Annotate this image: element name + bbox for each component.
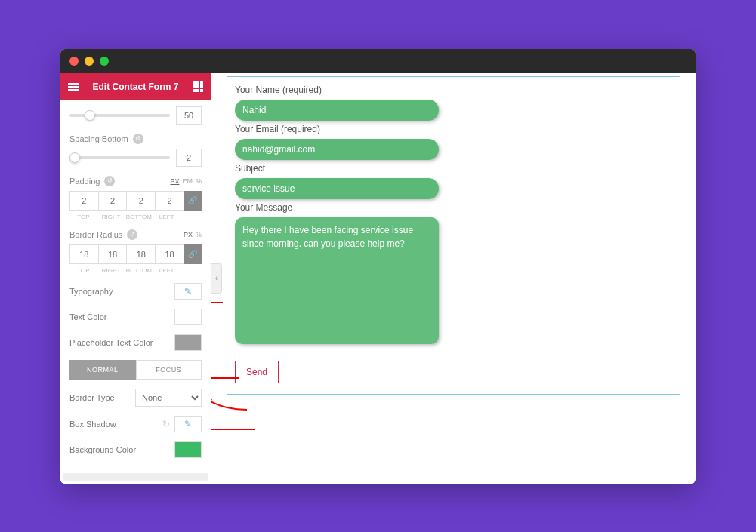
bg-color-row: Background Color (69, 441, 202, 458)
sidebar-scrollbar[interactable] (63, 473, 208, 481)
contact-form: Your Name (required) Your Email (require… (227, 76, 680, 395)
radius-bottom[interactable] (126, 244, 155, 264)
padding-label: Padding (69, 177, 100, 186)
name-label: Your Name (required) (235, 85, 672, 95)
padding-top[interactable] (69, 191, 98, 211)
subject-label: Subject (235, 163, 672, 174)
radius-label: Border Radius (69, 230, 122, 239)
slider-spacing-value[interactable] (176, 149, 202, 167)
box-shadow-label: Box Shadow (69, 420, 116, 429)
radius-top[interactable] (69, 244, 98, 264)
unit-px[interactable]: PX (184, 231, 193, 238)
window-minimize-icon[interactable] (85, 57, 94, 66)
radius-inputs: 🔗 (69, 244, 202, 264)
sidebar-content: Spacing Bottom ↺ Padding ↺ PX EM % (60, 100, 211, 473)
box-shadow-edit-button[interactable]: ✎ (174, 416, 202, 432)
hamburger-icon[interactable] (68, 83, 79, 91)
browser-window: Edit Contact Form 7 Spacing Bottom ↺ (60, 49, 696, 484)
border-type-label: Border Type (69, 393, 115, 402)
bg-color-swatch[interactable] (174, 441, 202, 458)
annotation-arrow (211, 423, 255, 435)
email-label: Your Email (required) (235, 124, 672, 134)
email-field[interactable] (235, 139, 439, 160)
padding-right[interactable] (98, 191, 127, 211)
tab-normal[interactable]: NORMAL (69, 360, 136, 380)
text-color-label: Text Color (69, 312, 107, 321)
sidebar-title: Edit Contact Form 7 (86, 81, 185, 92)
pencil-icon: ✎ (184, 419, 192, 429)
border-type-row: Border Type None (69, 389, 202, 407)
padding-units: PX EM % (170, 177, 202, 185)
radius-left[interactable] (155, 244, 184, 264)
state-tabs: NORMAL FOCUS (69, 360, 202, 380)
padding-label-row: Padding ↺ PX EM % (69, 176, 202, 186)
app-body: Edit Contact Form 7 Spacing Bottom ↺ (60, 73, 696, 484)
typography-label: Typography (69, 287, 113, 296)
padding-inputs: 🔗 (69, 191, 202, 211)
slider-spacing-bottom (69, 149, 202, 167)
preview-canvas: Your Name (required) Your Email (require… (211, 73, 696, 484)
reset-icon[interactable]: ↺ (127, 229, 137, 240)
text-color-row: Text Color (69, 309, 202, 325)
slider-track[interactable] (69, 114, 170, 117)
border-type-select[interactable]: None (135, 389, 202, 407)
annotation-arrow (211, 297, 223, 309)
tab-focus[interactable]: FOCUS (136, 360, 202, 380)
padding-bottom[interactable] (126, 191, 155, 211)
slider-top (69, 106, 202, 125)
unit-pct[interactable]: % (196, 177, 202, 185)
spacing-bottom-label-row: Spacing Bottom ↺ (69, 134, 202, 144)
box-shadow-row: Box Shadow ↻ ✎ (69, 416, 202, 432)
pencil-icon: ✎ (184, 286, 192, 297)
link-values-icon[interactable]: 🔗 (184, 191, 202, 211)
placeholder-color-label: Placeholder Text Color (69, 338, 153, 347)
unit-em[interactable]: EM (182, 177, 193, 185)
slider-thumb[interactable] (85, 110, 95, 121)
reset-icon[interactable]: ↺ (104, 176, 115, 186)
redo-icon[interactable]: ↻ (162, 419, 170, 429)
link-values-icon[interactable]: 🔗 (184, 244, 202, 264)
window-maximize-icon[interactable] (100, 57, 109, 66)
bg-color-label: Background Color (69, 445, 136, 454)
send-button[interactable]: Send (235, 361, 279, 383)
svg-marker-4 (211, 398, 212, 405)
unit-px[interactable]: PX (170, 177, 179, 185)
padding-sublabels: TOP RIGHT BOTTOM LEFT (69, 214, 202, 220)
subject-field[interactable] (235, 178, 439, 199)
placeholder-color-row: Placeholder Text Color (69, 334, 202, 351)
typography-row: Typography ✎ (69, 283, 202, 300)
spacing-bottom-label: Spacing Bottom (69, 134, 128, 143)
unit-pct[interactable]: % (196, 231, 202, 238)
message-field[interactable] (235, 217, 439, 344)
typography-edit-button[interactable]: ✎ (174, 283, 202, 300)
radius-sublabels: TOP RIGHT BOTTOM LEFT (69, 267, 202, 274)
slider-track[interactable] (69, 156, 170, 159)
apps-grid-icon[interactable] (193, 81, 203, 92)
text-color-swatch[interactable] (174, 309, 202, 325)
radius-units: PX % (184, 231, 202, 238)
window-titlebar (60, 49, 696, 73)
sidebar-collapse-handle[interactable]: ‹ (211, 263, 222, 294)
window-close-icon[interactable] (69, 57, 79, 66)
annotation-arrow (211, 398, 250, 413)
radius-right[interactable] (98, 244, 127, 264)
padding-left[interactable] (155, 191, 184, 211)
sidebar-header: Edit Contact Form 7 (60, 73, 211, 100)
slider-top-value[interactable] (176, 106, 202, 125)
reset-icon[interactable]: ↺ (133, 134, 143, 144)
radius-label-row: Border Radius ↺ PX % (69, 229, 202, 240)
editor-sidebar: Edit Contact Form 7 Spacing Bottom ↺ (60, 73, 211, 484)
slider-thumb[interactable] (69, 152, 80, 163)
name-field[interactable] (235, 100, 439, 121)
placeholder-color-swatch[interactable] (174, 334, 202, 351)
message-label: Your Message (235, 202, 672, 213)
